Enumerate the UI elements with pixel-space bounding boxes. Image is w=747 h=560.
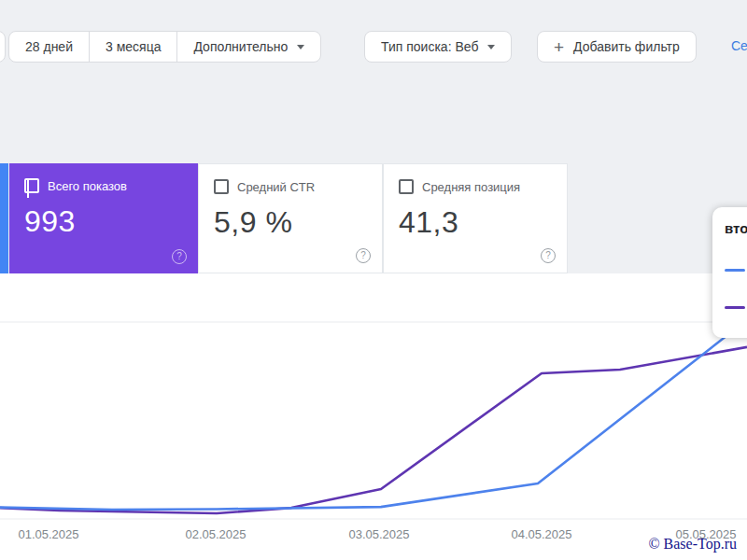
position-value: 41,3 — [399, 205, 552, 240]
filter-toolbar: 28 дней 3 месяца Дополнительно Тип поиск… — [0, 31, 747, 63]
blue-series-swatch — [725, 269, 745, 272]
ctr-checkbox[interactable] — [214, 179, 229, 194]
metric-card-position[interactable]: Средняя позиция 41,3 ? — [383, 163, 568, 273]
plus-icon: + — [554, 38, 564, 56]
range-tab-label: Дополнительно — [193, 39, 288, 54]
chart-canvas — [0, 273, 747, 525]
toolbar-right-link[interactable]: Се — [731, 38, 747, 53]
add-filter-button[interactable]: + Добавить фильтр — [537, 31, 697, 63]
card-label: Средняя позиция — [422, 180, 520, 194]
card-header: Всего показов — [24, 178, 183, 193]
chevron-down-icon — [297, 45, 304, 49]
add-filter-label: Добавить фильтр — [573, 39, 680, 54]
card-label: Средний CTR — [237, 180, 315, 194]
chevron-down-icon — [487, 45, 495, 49]
purple-series-swatch — [725, 306, 745, 309]
cut-off-chip[interactable] — [0, 31, 6, 63]
date-range-segmented-control: 28 дней 3 месяца Дополнительно — [8, 31, 321, 63]
card-header: Средний CTR — [214, 179, 367, 194]
performance-line-chart[interactable] — [0, 273, 747, 525]
range-tab-label: 3 месяца — [106, 39, 161, 54]
metric-card-ctr[interactable]: Средний CTR 5,9 % ? — [198, 163, 383, 273]
metric-card-impressions[interactable]: Всего показов 993 ? — [9, 163, 198, 273]
chart-line-blue-line — [0, 320, 747, 510]
search-type-dropdown[interactable]: Тип поиска: Веб — [364, 31, 512, 63]
impressions-checkbox[interactable] — [24, 178, 39, 193]
range-tab-3-months[interactable]: 3 месяца — [89, 32, 176, 62]
x-tick-label: 02.05.2025 — [185, 527, 246, 541]
clicks-card-edge[interactable] — [0, 163, 8, 273]
x-tick-label: 04.05.2025 — [511, 527, 571, 541]
range-tab-28-days[interactable]: 28 дней — [9, 32, 89, 62]
tooltip-title: вто — [725, 220, 747, 236]
card-header: Средняя позиция — [399, 179, 552, 194]
watermark: © Base-Top.ru — [648, 536, 737, 553]
ctr-value: 5,9 % — [214, 205, 367, 240]
help-icon[interactable]: ? — [172, 249, 187, 264]
chart-line-Всего показов — [0, 347, 747, 513]
check-icon — [27, 180, 29, 198]
x-tick-label: 01.05.2025 — [18, 527, 78, 541]
help-icon[interactable]: ? — [541, 248, 556, 263]
range-tab-more[interactable]: Дополнительно — [176, 32, 320, 62]
search-type-label: Тип поиска: Веб — [381, 39, 478, 54]
position-checkbox[interactable] — [399, 179, 414, 194]
range-tab-label: 28 дней — [25, 39, 73, 54]
card-label: Всего показов — [48, 179, 127, 193]
help-icon[interactable]: ? — [356, 248, 371, 263]
x-tick-label: 03.05.2025 — [348, 527, 409, 541]
impressions-value: 993 — [24, 204, 183, 239]
chart-hover-tooltip: вто — [712, 207, 747, 338]
x-axis: 01.05.2025 02.05.2025 03.05.2025 04.05.2… — [0, 527, 747, 544]
